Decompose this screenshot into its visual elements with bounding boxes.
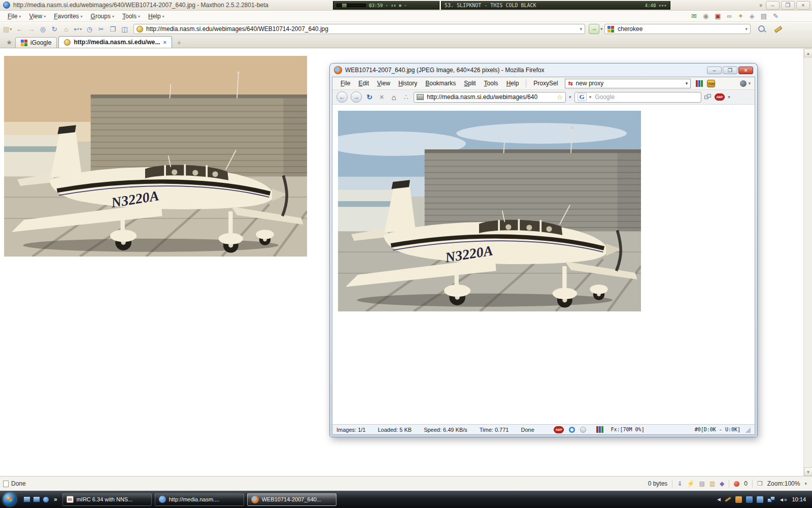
back-button[interactable]: ← <box>15 24 23 34</box>
library-status-icon[interactable] <box>596 426 603 433</box>
tray-app-icon-1[interactable] <box>735 496 742 503</box>
bookmark-star-icon[interactable]: ☆ <box>557 93 563 101</box>
disk-icon[interactable]: ◈ <box>750 12 755 20</box>
engine-dropdown-caret-icon[interactable]: ▾ <box>589 94 592 100</box>
menu-edit[interactable]: Edit <box>354 79 373 88</box>
menu-file[interactable]: File▾ <box>5 12 23 20</box>
timer-status-icon[interactable] <box>580 427 586 433</box>
refresh-button[interactable]: ↻ <box>50 24 58 34</box>
google-engine-icon[interactable]: G <box>578 93 587 101</box>
taskbar-button-mirc[interactable]: m mIRC 6.34 with NNS... <box>62 493 152 506</box>
menu-help[interactable]: Help <box>502 79 523 88</box>
close-button[interactable]: × <box>738 67 753 74</box>
player-seek-thumb[interactable] <box>342 3 347 8</box>
new-tab-button[interactable]: + <box>174 38 185 48</box>
undo-button[interactable]: ↩▾ <box>74 24 82 34</box>
dropdown-caret-icon[interactable]: ▾ <box>80 27 82 31</box>
menu-split[interactable]: Split <box>460 79 480 88</box>
tray-pencil-icon[interactable] <box>725 497 731 502</box>
new-page-button[interactable]: ▤▾ <box>3 24 12 34</box>
back-button[interactable]: ← <box>336 91 348 103</box>
address-url-text[interactable]: http://media.nasm.si.edu/webimages/640/W… <box>146 25 577 33</box>
maxthon-search-box[interactable]: ▾ <box>604 24 751 34</box>
reload-button[interactable]: ↻ <box>365 93 374 101</box>
menu-view[interactable]: View▾ <box>26 12 48 20</box>
menu-groups[interactable]: Groups▾ <box>88 12 117 20</box>
forward-button[interactable]: → <box>27 24 35 34</box>
tray-expand-chevron-icon[interactable]: ◀ <box>717 497 721 502</box>
player-playlist-segment[interactable]: 53. SLIPKNOT - THIS COLD BLACK 4:40 ▪▪▪ <box>441 1 670 10</box>
menu-tools[interactable]: Tools▾ <box>120 12 143 20</box>
combo-dropdown-caret-icon[interactable]: ▾ <box>686 81 688 86</box>
link-chain-icon[interactable]: ∞ <box>727 12 732 20</box>
minimize-button[interactable]: – <box>707 67 722 74</box>
tab-media-nasm-active[interactable]: http://media.nasm.si.edu/we... × <box>58 36 172 48</box>
mouse-gesture-icon[interactable]: ◉ <box>703 12 708 20</box>
menu-view[interactable]: View <box>373 79 394 88</box>
player-transport-controls[interactable]: « ▮▮ ■ » <box>386 4 407 8</box>
minimize-button[interactable]: – <box>766 1 780 10</box>
menu-file[interactable]: File <box>336 79 354 88</box>
external-window-icon[interactable]: ❒ <box>757 480 763 487</box>
download-icon[interactable]: ⇓ <box>677 480 682 487</box>
library-books-icon[interactable] <box>696 80 703 87</box>
taskbar-button-firefox[interactable]: WEB10714-2007_640... <box>247 493 336 506</box>
notes-editor-icon[interactable]: ✎ <box>773 12 779 20</box>
firefox-search-box[interactable]: G ▾ <box>574 92 701 103</box>
tile-windows-icon[interactable] <box>704 94 712 100</box>
tray-app-icon-3[interactable] <box>757 496 763 503</box>
airplane-photo-firefox[interactable]: N3220A <box>338 111 641 311</box>
useragent-globe-icon[interactable] <box>740 80 747 87</box>
quick-launch-window-icon[interactable] <box>33 496 40 502</box>
taskbar-button-maxthon[interactable]: http://media.nasm.... <box>155 493 244 506</box>
adblock-plus-icon[interactable]: ABP <box>715 93 725 101</box>
player-mini-buttons[interactable]: ▪▪▪ <box>659 4 667 8</box>
collapse-chevron-icon[interactable]: » <box>756 2 765 10</box>
menu-favorites[interactable]: Favorites▾ <box>51 12 85 20</box>
volume-icon[interactable]: ◄» <box>779 497 787 502</box>
restore-button[interactable]: ❐ <box>781 1 795 10</box>
scroll-down-icon[interactable]: ▼ <box>804 467 812 476</box>
close-button[interactable]: × <box>796 1 810 10</box>
proxysel-menu[interactable]: ProxySel <box>529 79 562 88</box>
window-button[interactable]: ❐ <box>109 24 117 34</box>
maxthon-address-bar[interactable]: http://media.nasm.si.edu/webimages/640/W… <box>133 24 585 34</box>
search-input[interactable] <box>594 93 698 101</box>
quick-launch-browser-icon[interactable] <box>43 496 49 503</box>
split-view-button[interactable]: ◫ <box>120 24 128 34</box>
search-input[interactable] <box>617 25 742 33</box>
zoom-dropdown-caret-icon[interactable]: ▾ <box>804 481 807 486</box>
print-icon[interactable]: ▤ <box>699 480 704 487</box>
maximize-button[interactable]: ❐ <box>723 67 737 74</box>
quick-launch-overflow-icon[interactable]: » <box>54 496 57 503</box>
menu-bookmarks[interactable]: Bookmarks <box>421 79 460 88</box>
highlighter-pen-icon[interactable] <box>773 25 782 33</box>
search-dropdown-caret-icon[interactable]: ▾ <box>745 26 748 31</box>
menu-history[interactable]: History <box>394 79 421 88</box>
screen-capture-icon[interactable]: ▣ <box>715 12 721 20</box>
dropdown-caret-icon[interactable]: ▾ <box>10 27 12 31</box>
favorites-star-icon[interactable]: ★ <box>3 38 15 48</box>
popup-blocker-icon[interactable] <box>734 481 739 487</box>
player-seekbar[interactable] <box>336 4 366 7</box>
menu-help[interactable]: Help▾ <box>146 12 167 20</box>
snippet-cut-button[interactable]: ✂ <box>97 24 105 34</box>
quick-launch-desktop-icon[interactable] <box>23 496 30 502</box>
tor-button-icon[interactable]: TOR <box>707 80 715 87</box>
go-button[interactable]: → <box>589 24 599 34</box>
proxy-selector-combobox[interactable]: ⇆ new proxy ▾ <box>565 79 691 88</box>
firefox-location-bar[interactable]: http://media.nasm.si.edu/webimages/640 ☆ <box>414 92 566 103</box>
search-magnifier-icon[interactable] <box>758 25 766 33</box>
location-dropdown-caret-icon[interactable]: ▾ <box>569 94 571 100</box>
tab-close-icon[interactable]: × <box>163 39 166 45</box>
home-button[interactable]: ⌂ <box>62 24 70 34</box>
go-dropdown-caret-icon[interactable]: ▾ <box>600 26 603 31</box>
home-button[interactable]: ⌂ <box>389 93 398 102</box>
boost-lightning-icon[interactable]: ⚡ <box>687 480 694 487</box>
mail-download-icon[interactable]: ✉ <box>691 12 697 20</box>
new-folder-icon[interactable]: ▥ <box>709 480 715 487</box>
gem-icon[interactable]: ◆ <box>720 480 724 487</box>
abp-dropdown-caret-icon[interactable]: ▾ <box>728 94 730 100</box>
scroll-up-icon[interactable]: ▲ <box>804 49 812 57</box>
taskbar-clock[interactable]: 10:14 <box>792 496 806 502</box>
